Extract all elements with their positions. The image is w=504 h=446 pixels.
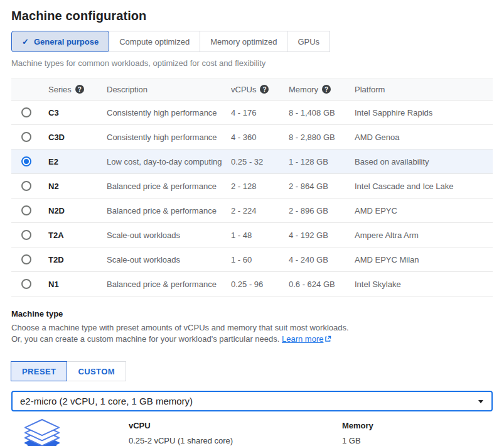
cell-series: N2D (41, 206, 107, 215)
column-header-platform: Platform (355, 85, 493, 94)
cell-platform: Based on availability (355, 157, 493, 166)
tab-compute-optimized[interactable]: Compute optimized (109, 31, 200, 52)
cell-vcpus: 1 - 60 (231, 255, 289, 264)
cell-vcpus: 1 - 48 (231, 231, 289, 240)
table-row-n2[interactable]: N2 Balanced price & performance 2 - 128 … (11, 174, 493, 199)
learn-more-link[interactable]: Learn more (282, 334, 331, 344)
cell-vcpus: 4 - 176 (231, 108, 289, 117)
cell-vcpus: 0.25 - 96 (231, 280, 289, 289)
cell-platform: AMD EPYC Milan (355, 255, 493, 264)
series-radio[interactable] (21, 107, 31, 117)
cell-platform: AMD Genoa (355, 133, 493, 142)
cell-description: Consistently high performance (107, 108, 231, 117)
machine-type-heading: Machine type (11, 309, 493, 318)
stacked-layers-icon (24, 418, 60, 446)
series-radio[interactable] (21, 205, 31, 215)
series-radio[interactable] (21, 181, 31, 191)
vcpu-value: 0.25-2 vCPU (1 shared core) (129, 436, 342, 445)
cell-series: C3D (41, 133, 107, 142)
table-row-n2d[interactable]: N2D Balanced price & performance 2 - 224… (11, 199, 493, 223)
cell-description: Scale-out workloads (107, 255, 231, 264)
help-icon[interactable]: ? (260, 85, 269, 94)
cell-platform: Intel Cascade and Ice Lake (355, 182, 493, 191)
table-row-e2[interactable]: E2 Low cost, day-to-day computing 0.25 -… (11, 150, 493, 174)
series-radio[interactable] (21, 156, 31, 166)
cell-series: T2A (41, 231, 107, 240)
cell-memory: 1 - 128 GB (289, 157, 355, 166)
cell-description: Balanced price & performance (107, 206, 231, 215)
series-table: Series ? Description vCPUs ? Memory ? Pl… (11, 78, 493, 296)
vcpu-label: vCPU (129, 421, 342, 430)
tab-general-purpose[interactable]: ✓ General purpose (11, 31, 109, 52)
cell-series: T2D (41, 255, 107, 264)
cell-vcpus: 0.25 - 32 (231, 157, 289, 166)
cell-memory: 8 - 1,408 GB (289, 108, 355, 117)
cell-series: C3 (41, 108, 107, 117)
cell-platform: Intel Skylake (355, 280, 493, 289)
help-icon[interactable]: ? (322, 85, 331, 94)
cell-description: Balanced price & performance (107, 280, 231, 289)
cell-series: E2 (41, 157, 107, 166)
series-table-body: C3 Consistently high performance 4 - 176… (11, 101, 493, 296)
column-header-memory: Memory (289, 85, 318, 94)
table-row-t2a[interactable]: T2A Scale-out workloads 1 - 48 4 - 192 G… (11, 223, 493, 247)
machine-family-subtitle: Machine types for common workloads, opti… (11, 58, 493, 68)
cell-memory: 0.6 - 624 GB (289, 280, 355, 289)
preset-button[interactable]: PRESET (11, 361, 67, 381)
column-header-series: Series (48, 85, 72, 94)
machine-spec-footer: vCPU 0.25-2 vCPU (1 shared core) Memory … (11, 418, 493, 446)
machine-type-mode-toggle: PRESET CUSTOM (11, 361, 126, 381)
memory-value: 1 GB (342, 436, 373, 445)
table-row-t2d[interactable]: T2D Scale-out workloads 1 - 60 4 - 240 G… (11, 247, 493, 272)
machine-type-select[interactable]: e2-micro (2 vCPU, 1 core, 1 GB memory) (11, 391, 493, 411)
page-title: Machine configuration (11, 9, 493, 23)
machine-family-tabs: ✓ General purpose Compute optimized Memo… (11, 31, 330, 52)
help-icon[interactable]: ? (75, 85, 84, 94)
series-radio[interactable] (21, 279, 31, 289)
cell-description: Balanced price & performance (107, 182, 231, 191)
cell-vcpus: 2 - 224 (231, 206, 289, 215)
cell-memory: 4 - 240 GB (289, 255, 355, 264)
cell-vcpus: 4 - 360 (231, 133, 289, 142)
tab-gpus[interactable]: GPUs (287, 31, 330, 52)
series-radio[interactable] (21, 230, 31, 240)
cell-series: N1 (41, 280, 107, 289)
series-radio[interactable] (21, 254, 31, 264)
table-row-n1[interactable]: N1 Balanced price & performance 0.25 - 9… (11, 272, 493, 296)
series-table-header: Series ? Description vCPUs ? Memory ? Pl… (11, 78, 493, 101)
custom-button[interactable]: CUSTOM (67, 361, 126, 381)
column-header-vcpus: vCPUs (231, 85, 256, 94)
cell-description: Low cost, day-to-day computing (107, 157, 231, 166)
chevron-down-icon (478, 400, 483, 403)
column-header-description: Description (107, 85, 231, 94)
external-link-icon (324, 335, 331, 342)
cell-memory: 2 - 864 GB (289, 182, 355, 191)
cell-platform: Ampere Altra Arm (355, 231, 493, 240)
cell-platform: AMD EPYC (355, 206, 493, 215)
cell-memory: 8 - 2,880 GB (289, 133, 355, 142)
cell-description: Scale-out workloads (107, 231, 231, 240)
series-radio[interactable] (21, 132, 31, 142)
tab-memory-optimized[interactable]: Memory optimized (200, 31, 287, 52)
cell-memory: 2 - 896 GB (289, 206, 355, 215)
machine-type-select-value: e2-micro (2 vCPU, 1 core, 1 GB memory) (20, 396, 193, 406)
cell-series: N2 (41, 182, 107, 191)
table-row-c3[interactable]: C3 Consistently high performance 4 - 176… (11, 101, 493, 125)
check-icon: ✓ (22, 37, 29, 46)
table-row-c3d[interactable]: C3D Consistently high performance 4 - 36… (11, 125, 493, 150)
cell-memory: 4 - 192 GB (289, 231, 355, 240)
memory-label: Memory (342, 421, 373, 430)
cell-platform: Intel Sapphire Rapids (355, 108, 493, 117)
cell-description: Consistently high performance (107, 133, 231, 142)
cell-vcpus: 2 - 128 (231, 182, 289, 191)
machine-type-description: Choose a machine type with preset amount… (11, 322, 358, 345)
